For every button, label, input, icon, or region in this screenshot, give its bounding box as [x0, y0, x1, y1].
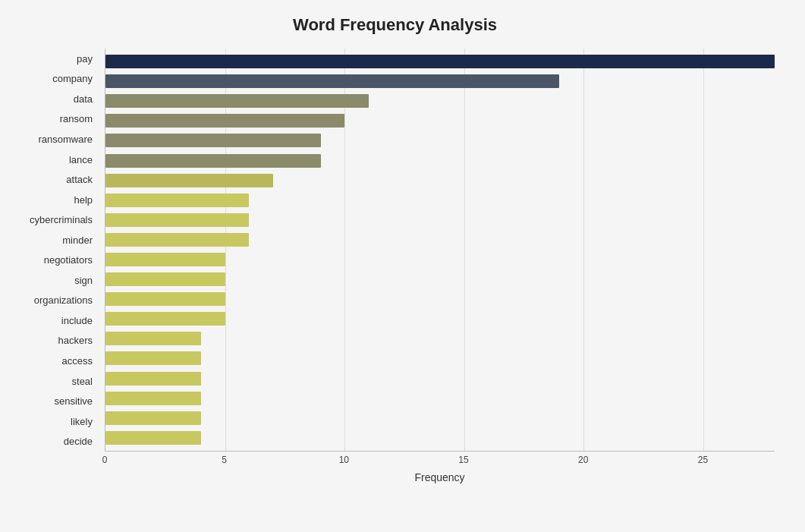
y-label: data — [15, 89, 99, 109]
bar-row — [105, 309, 775, 329]
bar-row — [105, 171, 775, 190]
bar-row — [105, 389, 775, 408]
bar-row — [105, 428, 775, 448]
bar-row — [105, 329, 775, 348]
bar-row — [105, 348, 775, 368]
y-label: include — [15, 310, 99, 330]
bar-row — [105, 269, 775, 289]
bar-row — [105, 190, 775, 210]
bar — [105, 154, 321, 168]
y-label: lance — [15, 150, 99, 169]
bar — [105, 253, 225, 266]
bar — [105, 114, 344, 127]
x-tick-label: 5 — [222, 455, 227, 465]
x-tick-label: 10 — [339, 455, 349, 465]
bar — [105, 194, 249, 207]
y-label: decide — [15, 432, 99, 452]
bar-row — [105, 111, 775, 131]
y-label: attack — [15, 170, 99, 190]
y-label: steal — [15, 371, 99, 391]
x-axis-title: Frequency — [105, 471, 775, 483]
bar — [105, 411, 201, 425]
y-label: negotiators — [15, 250, 99, 270]
bar — [105, 332, 201, 345]
bar-row — [105, 289, 775, 309]
y-label: company — [15, 69, 99, 89]
y-label: minder — [15, 230, 99, 250]
bar — [105, 74, 559, 88]
y-label: likely — [15, 411, 99, 431]
x-tick-label: 25 — [698, 455, 708, 465]
y-label: cybercriminals — [15, 210, 99, 230]
x-tick-label: 0 — [102, 455, 108, 465]
bar-row — [105, 408, 775, 428]
x-tick-label: 15 — [458, 455, 468, 465]
chart-container: Word Frequency Analysis paycompanydatara… — [0, 0, 805, 532]
bar — [105, 272, 225, 286]
y-axis: paycompanydataransomransomwarelanceattac… — [15, 49, 105, 452]
y-label: organizations — [15, 291, 99, 310]
bar-row — [105, 52, 775, 71]
bar — [105, 94, 369, 108]
bar-row — [105, 250, 775, 269]
bar-row — [105, 91, 775, 111]
bar-row — [105, 230, 775, 250]
y-label: help — [15, 190, 99, 209]
bar — [105, 213, 249, 227]
bar — [105, 174, 273, 187]
y-label: sensitive — [15, 392, 99, 411]
bar — [105, 351, 201, 365]
bar — [105, 392, 201, 405]
y-label: sign — [15, 270, 99, 290]
bar-row — [105, 71, 775, 91]
bar — [105, 431, 201, 445]
bar-row — [105, 131, 775, 150]
x-tick-label: 20 — [578, 455, 588, 465]
y-label: ransom — [15, 109, 99, 129]
y-label: access — [15, 351, 99, 370]
chart-title: Word Frequency Analysis — [15, 15, 775, 35]
bar-row — [105, 210, 775, 230]
bar-row — [105, 369, 775, 389]
bar — [105, 134, 321, 147]
y-label: hackers — [15, 331, 99, 351]
bar — [105, 233, 249, 247]
bar — [105, 55, 775, 68]
bar — [105, 292, 225, 306]
bar-row — [105, 151, 775, 171]
y-label: pay — [15, 49, 99, 68]
bar — [105, 372, 201, 386]
y-label: ransomware — [15, 129, 99, 149]
bar — [105, 312, 225, 326]
